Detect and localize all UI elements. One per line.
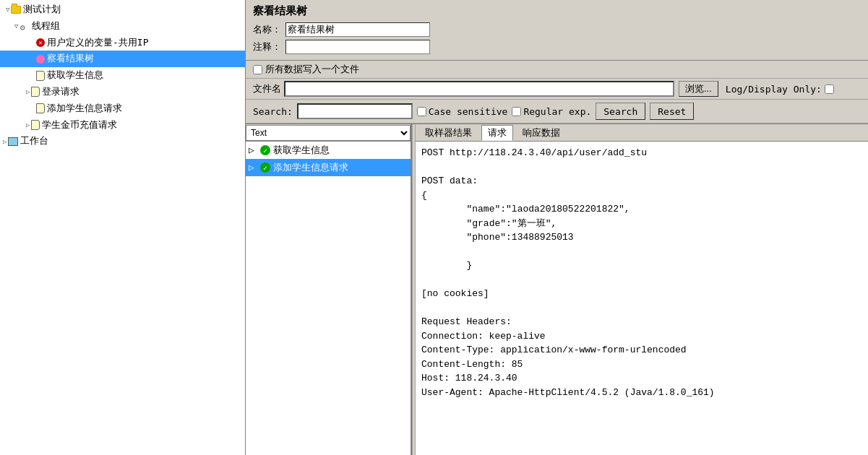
detail-content: POST http://118.24.3.40/api/user/add_stu… [416,142,868,455]
search-row: Search: Case sensitive Regular exp. Sear… [246,100,868,124]
case-sensitive-text: Case sensitive [429,106,508,117]
success-icon [260,145,270,155]
comment-input[interactable] [285,40,430,54]
success-icon [260,162,270,173]
pink-circle-icon [36,55,45,64]
tab-response-data[interactable]: 响应数据 [516,125,567,140]
panel-header: 察看结果树 名称： 注释： [246,0,868,61]
panel-title: 察看结果树 [253,4,861,18]
sidebar-item-recharge[interactable]: ▷ 学生金币充值请求 [0,117,245,134]
reset-button[interactable]: Reset [650,103,694,120]
expand-icon: ▷ [26,87,30,97]
search-input[interactable] [297,103,413,119]
regular-exp-checkbox[interactable] [512,107,521,116]
expand-icon: ▽ [14,21,18,31]
name-input[interactable] [285,22,430,37]
scroll-icon [36,103,45,113]
sidebar-item-label: 线程组 [32,19,60,34]
name-row: 名称： [253,22,861,37]
results-tree-header: Text [246,124,411,142]
result-item-get-student[interactable]: ▷ 获取学生信息 [246,142,411,159]
sidebar-item-label: 添加学生信息请求 [47,101,122,116]
file-label: 文件名 [253,82,281,95]
expand-icon: ▷ [249,160,259,176]
regular-exp-text: Regular exp. [523,106,591,117]
sidebar-item-label: 学生金币充值请求 [42,118,117,133]
expand-icon: ▽ [6,4,9,14]
file-row: 文件名 浏览... Log/Display Only: [246,79,868,100]
right-panel: 察看结果树 名称： 注释： 所有数据写入一个文件 文件名 浏览... [246,0,868,455]
comment-label: 注释： [253,40,281,53]
sidebar-item-thread-group[interactable]: ▽ ⚙ 线程组 [0,18,245,35]
case-sensitive-checkbox[interactable] [417,107,426,116]
expand-icon: ▷ [249,142,259,158]
sidebar: ▽ 测试计划 ▽ ⚙ 线程组 ✕ 用户定义的变量-共用IP 察看结果树 获取学生… [0,0,246,455]
comment-row: 注释： [253,40,861,54]
results-tree-panel: Text ▷ 获取学生信息 ▷ 添加学生信息请求 [246,124,412,455]
log-display-checkbox[interactable] [825,84,834,94]
write-to-file-text: 所有数据写入一个文件 [265,63,359,76]
sidebar-item-view-results[interactable]: 察看结果树 [0,51,245,67]
text-filter-select[interactable]: Text [246,125,411,141]
computer-icon [8,137,18,146]
content-area: Text ▷ 获取学生信息 ▷ 添加学生信息请求 [246,124,868,455]
sidebar-item-label: 用户定义的变量-共用IP [47,35,148,51]
gear-icon: ⚙ [20,21,30,31]
sidebar-item-label: 察看结果树 [47,51,94,66]
sidebar-item-get-student[interactable]: 获取学生信息 [0,67,245,84]
scroll-icon [31,120,40,130]
name-label: 名称： [253,23,281,36]
tab-sampler-result[interactable]: 取样器结果 [418,125,478,140]
sidebar-item-test-plan[interactable]: ▽ 测试计划 [0,1,245,18]
expand-icon: ▷ [3,136,7,147]
sidebar-item-label: 登录请求 [42,84,80,100]
result-item-label: 添加学生信息请求 [273,160,348,176]
regular-exp-label[interactable]: Regular exp. [512,106,591,117]
sidebar-item-user-vars[interactable]: ✕ 用户定义的变量-共用IP [0,35,245,51]
case-sensitive-label[interactable]: Case sensitive [417,106,508,117]
file-input[interactable] [284,81,674,97]
search-button[interactable]: Search [596,103,645,120]
scroll-icon [31,87,40,97]
detail-panel: 取样器结果 请求 响应数据 POST http://118.24.3.40/ap… [416,124,868,455]
tab-request[interactable]: 请求 [481,125,513,141]
search-label: Search: [253,106,293,117]
result-item-add-student[interactable]: ▷ 添加学生信息请求 [246,159,411,176]
sidebar-item-add-student[interactable]: 添加学生信息请求 [0,100,245,117]
result-item-label: 获取学生信息 [273,142,330,158]
checkbox-row: 所有数据写入一个文件 [246,61,868,79]
write-to-file-checkbox[interactable] [253,65,262,74]
sidebar-item-workbench[interactable]: ▷ 工作台 [0,133,245,150]
expand-icon: ▷ [26,120,30,130]
write-to-file-label[interactable]: 所有数据写入一个文件 [253,63,861,76]
folder-icon [11,6,21,14]
sidebar-workbench-label: 工作台 [20,134,48,149]
sidebar-item-login[interactable]: ▷ 登录请求 [0,84,245,100]
scroll-icon [36,71,45,81]
log-display-label: Log/Display Only: [726,84,822,95]
sidebar-item-label: 获取学生信息 [47,68,103,83]
browse-button[interactable]: 浏览... [679,81,718,97]
sidebar-item-label: 测试计划 [23,2,61,17]
detail-tabs: 取样器结果 请求 响应数据 [416,124,868,142]
red-x-icon: ✕ [36,38,45,47]
